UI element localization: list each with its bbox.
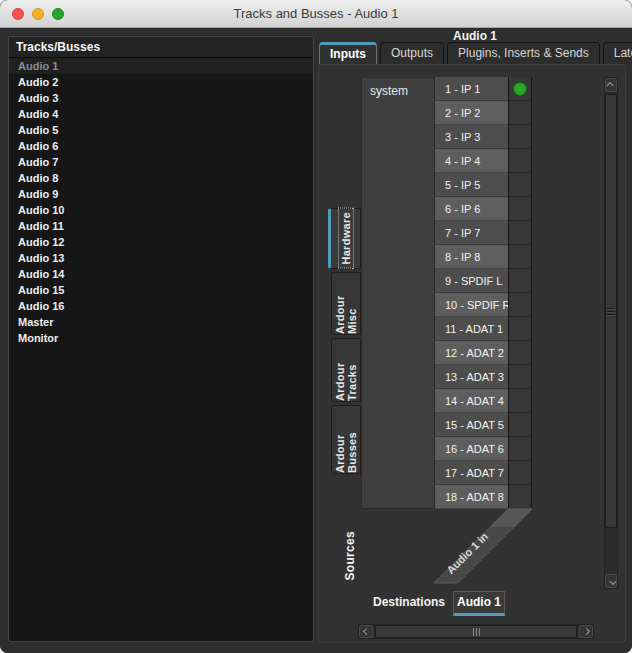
matrix-cell-2-ip-2[interactable] (509, 101, 531, 125)
chevron-up-icon (606, 81, 613, 88)
port-label-18-adat-8[interactable]: 18 - ADAT 8 (435, 485, 508, 509)
matrix-cell-13-adat-3[interactable] (509, 365, 531, 389)
port-label-5-ip-5[interactable]: 5 - IP 5 (435, 173, 508, 197)
matrix-cell-12-adat-2[interactable] (509, 341, 531, 365)
matrix-cell-14-adat-4[interactable] (509, 389, 531, 413)
window-title: Tracks and Busses - Audio 1 (234, 6, 399, 21)
track-list-item-audio-14[interactable]: Audio 14 (9, 266, 313, 282)
port-label-6-ip-6[interactable]: 6 - IP 6 (435, 197, 508, 221)
side-tab-label: Ardour Misc (334, 273, 358, 334)
port-label-16-adat-6[interactable]: 16 - ADAT 6 (435, 437, 508, 461)
matrix-cell-16-adat-6[interactable] (509, 437, 531, 461)
scroll-left-button[interactable] (359, 625, 373, 638)
tab-outputs[interactable]: Outputs (380, 42, 444, 64)
minimize-button[interactable] (32, 8, 44, 20)
title-bar[interactable]: Tracks and Busses - Audio 1 (0, 0, 632, 28)
track-list-item-audio-2[interactable]: Audio 2 (9, 74, 313, 90)
track-list-item-audio-4[interactable]: Audio 4 (9, 106, 313, 122)
side-tab-ardour-tracks[interactable]: Ardour Tracks (331, 338, 361, 402)
track-list-item-audio-1[interactable]: Audio 1 (9, 58, 313, 74)
side-tab-label: Hardware (339, 209, 353, 268)
tab-plugins-inserts-sends[interactable]: Plugins, Inserts & Sends (447, 42, 600, 64)
side-tab-label: Ardour Tracks (334, 339, 358, 401)
port-label-2-ip-2[interactable]: 2 - IP 2 (435, 101, 508, 125)
thumb-grip-icon (607, 308, 615, 315)
port-group-panel[interactable]: system (361, 77, 435, 509)
matrix-cell-3-ip-3[interactable] (509, 125, 531, 149)
matrix-cell-6-ip-6[interactable] (509, 197, 531, 221)
route-title: Audio 1 (318, 29, 632, 43)
port-label-7-ip-7[interactable]: 7 - IP 7 (435, 221, 508, 245)
track-list-item-audio-13[interactable]: Audio 13 (9, 250, 313, 266)
vertical-scrollbar-thumb[interactable] (605, 94, 617, 528)
track-list-item-master[interactable]: Master (9, 314, 313, 330)
horizontal-scrollbar[interactable] (358, 624, 594, 639)
side-tab-label: Ardour Busses (334, 406, 358, 473)
track-list-item-audio-16[interactable]: Audio 16 (9, 298, 313, 314)
port-label-12-adat-2[interactable]: 12 - ADAT 2 (435, 341, 508, 365)
zoom-button[interactable] (52, 8, 64, 20)
matrix-cell-5-ip-5[interactable] (509, 173, 531, 197)
track-list-item-audio-9[interactable]: Audio 9 (9, 186, 313, 202)
port-label-1-ip-1[interactable]: 1 - IP 1 (435, 77, 508, 101)
port-label-8-ip-8[interactable]: 8 - IP 8 (435, 245, 508, 269)
scroll-down-button[interactable] (605, 574, 617, 588)
track-list-item-audio-6[interactable]: Audio 6 (9, 138, 313, 154)
port-group-label: system (362, 78, 434, 98)
chevron-down-icon (609, 577, 616, 584)
matrix-cell-4-ip-4[interactable] (509, 149, 531, 173)
destination-column-label: Audio 1 in (444, 530, 490, 576)
matrix-cell-11-adat-1[interactable] (509, 317, 531, 341)
tracks-list: Audio 1Audio 2Audio 3Audio 4Audio 5Audio… (9, 58, 313, 346)
track-list-item-audio-15[interactable]: Audio 15 (9, 282, 313, 298)
matrix-cell-10-spdif-r[interactable] (509, 293, 531, 317)
track-list-item-audio-8[interactable]: Audio 8 (9, 170, 313, 186)
matrix-cell-17-adat-7[interactable] (509, 461, 531, 485)
port-label-4-ip-4[interactable]: 4 - IP 4 (435, 149, 508, 173)
tab-inputs[interactable]: Inputs (319, 42, 377, 64)
matrix-cell-8-ip-8[interactable] (509, 245, 531, 269)
side-tab-hardware[interactable]: Hardware (328, 208, 361, 269)
port-label-10-spdif-r[interactable]: 10 - SPDIF R (435, 293, 508, 317)
matrix-cell-18-adat-8[interactable] (509, 485, 531, 509)
tracks-busses-header: Tracks/Busses (9, 37, 313, 58)
scroll-up-button[interactable] (605, 78, 617, 92)
connection-dot (513, 82, 527, 96)
tabs-row: InputsOutputsPlugins, Inserts & SendsLat… (319, 42, 632, 64)
track-list-item-audio-11[interactable]: Audio 11 (9, 218, 313, 234)
sources-label: Sources (335, 527, 365, 585)
side-tab-ardour-misc[interactable]: Ardour Misc (331, 272, 361, 335)
port-label-9-spdif-l[interactable]: 9 - SPDIF L (435, 269, 508, 293)
horizontal-scrollbar-thumb[interactable] (375, 625, 577, 638)
track-list-item-audio-10[interactable]: Audio 10 (9, 202, 313, 218)
scroll-right-button[interactable] (579, 625, 593, 638)
thumb-grip-icon (473, 628, 480, 636)
window: Tracks and Busses - Audio 1 Tracks/Busse… (0, 0, 632, 653)
port-label-3-ip-3[interactable]: 3 - IP 3 (435, 125, 508, 149)
ports-column: 1 - IP 12 - IP 23 - IP 34 - IP 45 - IP 5… (435, 77, 508, 509)
matrix-cells-column (508, 77, 532, 509)
matrix-cell-1-ip-1[interactable] (509, 77, 531, 101)
matrix-cell-7-ip-7[interactable] (509, 221, 531, 245)
port-label-14-adat-4[interactable]: 14 - ADAT 4 (435, 389, 508, 413)
side-tab-ardour-busses[interactable]: Ardour Busses (331, 405, 361, 474)
track-list-item-audio-3[interactable]: Audio 3 (9, 90, 313, 106)
vertical-scrollbar[interactable] (604, 77, 618, 589)
destination-tab-audio-1[interactable]: Audio 1 (453, 591, 505, 616)
track-list-item-audio-7[interactable]: Audio 7 (9, 154, 313, 170)
port-label-11-adat-1[interactable]: 11 - ADAT 1 (435, 317, 508, 341)
close-button[interactable] (12, 8, 24, 20)
track-list-item-audio-5[interactable]: Audio 5 (9, 122, 313, 138)
track-list-item-monitor[interactable]: Monitor (9, 330, 313, 346)
track-list-item-audio-12[interactable]: Audio 12 (9, 234, 313, 250)
port-label-13-adat-3[interactable]: 13 - ADAT 3 (435, 365, 508, 389)
tab-latency[interactable]: Latency (603, 42, 632, 64)
destinations-label: Destinations (373, 595, 445, 609)
port-label-15-adat-5[interactable]: 15 - ADAT 5 (435, 413, 508, 437)
matrix-cell-9-spdif-l[interactable] (509, 269, 531, 293)
port-label-17-adat-7[interactable]: 17 - ADAT 7 (435, 461, 508, 485)
matrix-cell-15-adat-5[interactable] (509, 413, 531, 437)
routing-matrix-panel: HardwareArdour MiscArdour TracksArdour B… (318, 64, 626, 643)
traffic-lights (12, 8, 64, 20)
tracks-busses-panel: Tracks/Busses Audio 1Audio 2Audio 3Audio… (8, 36, 314, 642)
